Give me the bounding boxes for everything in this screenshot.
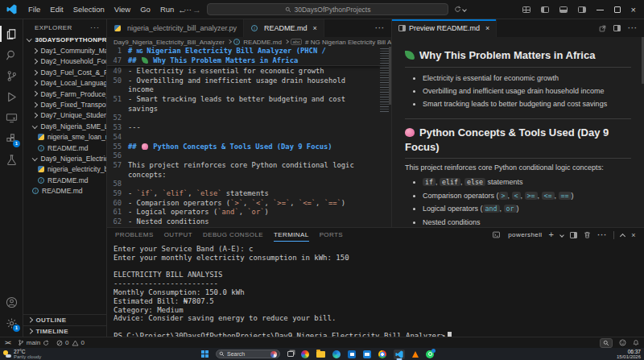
code-line[interactable]: savings (107, 105, 380, 114)
tree-item[interactable]: Day9_Nigeria_Electrici... (23, 153, 106, 163)
tree-item[interactable]: 30DAYSOFPYTHONPROJE... (23, 35, 106, 45)
panel-tab-ports[interactable]: PORTS (320, 228, 343, 242)
scrollbar-thumb[interactable] (389, 47, 391, 105)
minimap[interactable] (380, 47, 389, 227)
file-explorer-icon[interactable] (316, 351, 325, 358)
refresh-dropdown-icon[interactable] (454, 6, 466, 13)
microsoft-store-icon[interactable] (348, 350, 356, 358)
weather-widget[interactable]: 27°C Partly cloudy (0, 349, 41, 360)
tree-item[interactable]: Day4_Local_Language... (23, 78, 106, 89)
taskbar-search[interactable]: Search (216, 350, 280, 358)
tree-item[interactable]: Day1_Community_Mar... (23, 45, 106, 56)
tree-item[interactable]: iREADME.md (23, 185, 106, 196)
panel-tab-problems[interactable]: PROBLEMS (115, 228, 154, 242)
feedback-smiley-icon[interactable] (619, 339, 626, 346)
tab-python-file[interactable]: nigeria_electricity_bill_analyzer.py (107, 19, 244, 37)
code-line[interactable]: 54 (107, 133, 380, 143)
menu-item-edit[interactable]: Edit (45, 5, 68, 14)
code-line[interactable]: 62- Nested conditions (107, 217, 380, 227)
edit-source-icon[interactable] (599, 25, 606, 32)
panel-tab-output[interactable]: OUTPUT (164, 228, 192, 242)
zoom-indicator-icon[interactable] (600, 338, 613, 348)
close-tab-icon[interactable]: × (485, 24, 489, 32)
code-line[interactable]: 1# NG Nigerian Electricity Bill Analyzer… (107, 47, 380, 56)
close-button[interactable]: × (631, 6, 636, 14)
tree-item[interactable]: iREADME.md (23, 175, 106, 185)
timeline-section[interactable]: TIMELINE (23, 325, 106, 337)
panel-tab-terminal[interactable]: TERMINAL (274, 228, 309, 242)
terminal[interactable]: Enter your Service Band (A-E): cEnter yo… (107, 242, 644, 337)
markdown-editor[interactable]: 1# NG Nigerian Electricity Bill Analyzer… (107, 47, 391, 227)
forward-icon[interactable]: → (192, 5, 201, 14)
remote-explorer-icon[interactable] (0, 107, 23, 128)
menu-item-selection[interactable]: Selection (68, 5, 109, 14)
code-line[interactable]: 52 (107, 114, 380, 123)
code-line[interactable]: 55## Python Concepts & Tools Used (Day 9… (107, 143, 380, 152)
tab-readme[interactable]: i README.md × (244, 19, 324, 37)
toggle-panel-icon[interactable] (559, 6, 568, 13)
extensions-icon[interactable]: 1 (0, 128, 23, 149)
command-center[interactable]: 30DaysOfPythonProjects (207, 3, 448, 15)
photos-icon[interactable] (301, 350, 309, 358)
explorer-icon[interactable] (0, 23, 23, 44)
branch-indicator[interactable]: main (18, 339, 49, 346)
breadcrumb-symbol[interactable]: # NG Nigerian Electricity Bill Ana (305, 39, 391, 46)
more-actions-icon[interactable]: ··· (597, 231, 607, 239)
source-control-icon[interactable] (0, 65, 23, 86)
task-view-icon[interactable] (287, 351, 294, 357)
run-debug-icon[interactable] (0, 86, 23, 107)
taskbar-clock[interactable]: 06:37 15/01/2026 (617, 349, 641, 360)
tree-item[interactable]: Day3_Fuel_Cost_&_Pr... (23, 67, 106, 77)
code-line[interactable]: concepts: (107, 171, 380, 180)
code-line[interactable]: 61- Logical operators (`and`, `or`) (107, 208, 380, 217)
new-terminal-icon[interactable]: + (549, 231, 555, 238)
code-line[interactable]: 47## Why This Problem Matters in Africa (107, 56, 380, 66)
edge-browser-icon[interactable] (332, 350, 341, 358)
outline-section[interactable]: OUTLINE (23, 314, 106, 325)
chrome-browser-icon[interactable] (378, 350, 386, 358)
remote-indicator-icon[interactable]: >< (5, 339, 10, 346)
toggle-secondary-sidebar-icon[interactable] (578, 6, 586, 13)
toggle-sidebar-icon[interactable] (541, 6, 549, 13)
tree-item[interactable]: nigeria_electricity_bil... (23, 164, 106, 175)
code-line[interactable]: 58 (107, 180, 380, 189)
menu-item-file[interactable]: File (23, 5, 45, 14)
kill-terminal-icon[interactable] (584, 231, 591, 238)
more-actions-icon[interactable]: ··· (628, 24, 638, 32)
sidebar-more-actions-icon[interactable]: ··· (90, 23, 100, 31)
tab-preview-readme[interactable]: Preview README.md × (392, 19, 497, 37)
vscode-taskbar-icon[interactable] (394, 350, 405, 359)
account-icon[interactable] (0, 292, 23, 312)
code-line[interactable]: 60- Comparison operators (`>`, `<`, `>=`… (107, 199, 380, 209)
terminal-dropdown-icon[interactable] (560, 233, 565, 238)
problems-indicator[interactable]: 0 0 (56, 339, 85, 346)
split-terminal-icon[interactable] (570, 232, 577, 238)
search-icon[interactable] (0, 44, 23, 65)
settings-gear-icon[interactable]: 1 (0, 312, 23, 333)
start-button-icon[interactable] (201, 350, 208, 358)
code-line[interactable]: 51- Smart tracking leads to better budge… (107, 95, 380, 105)
close-tab-icon[interactable]: × (313, 24, 317, 32)
markdown-preview[interactable]: Why This Problem Matters in Africa Elect… (392, 37, 644, 227)
tree-item[interactable]: Day5_Farm_Produce_... (23, 89, 106, 99)
code-line[interactable]: 59- `if`, `elif`, `else` statements (107, 189, 380, 199)
breadcrumb[interactable]: Day9_Nigeria_Electricity_Bill_Analyzer i… (107, 37, 391, 47)
customize-layout-icon[interactable] (522, 6, 530, 13)
menu-item-view[interactable]: View (109, 5, 135, 14)
testing-icon[interactable] (0, 149, 23, 170)
tree-item[interactable]: Day7_Unique_Student... (23, 110, 106, 121)
code-line[interactable]: 50- Overbilling and inefficient usage dr… (107, 77, 380, 86)
tree-item[interactable]: Day6_Fixed_Transport_... (23, 99, 106, 110)
whatsapp-icon[interactable] (426, 350, 434, 358)
minimize-button[interactable] (597, 10, 604, 10)
tree-item[interactable]: iREADME.md (23, 143, 106, 153)
maximize-button[interactable] (614, 6, 621, 13)
code-line[interactable]: 53--- (107, 123, 380, 133)
menu-item-go[interactable]: Go (135, 5, 155, 14)
code-line[interactable]: 49- Electricity is essential for economi… (107, 67, 380, 77)
code-line[interactable]: 56 (107, 151, 380, 161)
back-icon[interactable]: ← (178, 5, 187, 14)
code-line[interactable]: income (107, 85, 380, 95)
close-panel-icon[interactable]: × (631, 231, 636, 239)
notifications-bell-icon[interactable] (633, 339, 639, 346)
